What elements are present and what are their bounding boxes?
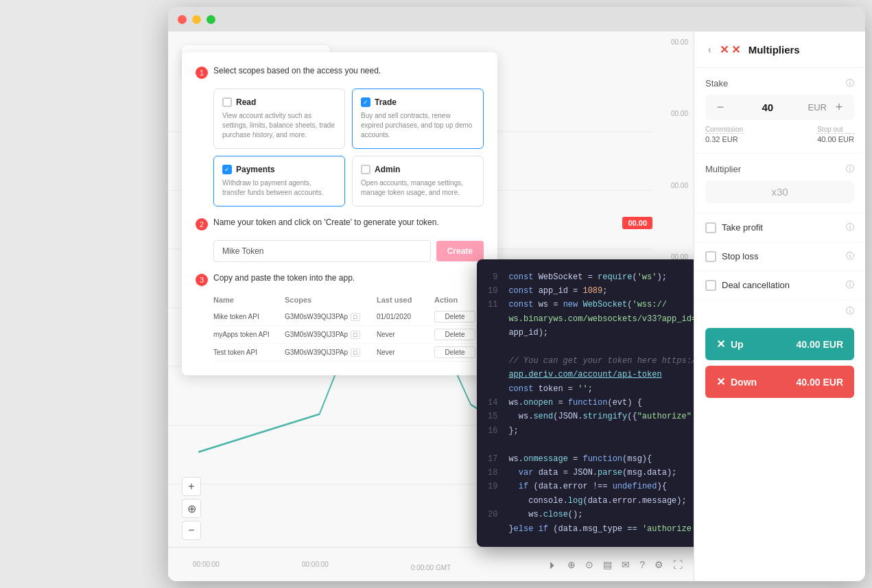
api-token-panel: 1 Select scopes based on the access you … (182, 52, 497, 375)
stake-minus-button[interactable]: − (714, 100, 727, 115)
deal-cancellation-info-icon[interactable]: ⓘ (846, 279, 854, 291)
circle-icon[interactable]: ⊙ (585, 559, 593, 570)
panel-back-button[interactable]: ‹ (705, 41, 714, 58)
message-icon[interactable]: ✉ (622, 559, 630, 570)
shield-icon[interactable]: ⊕ (567, 559, 576, 570)
token-name-2: myApps token API (213, 331, 282, 338)
commission-value: 0.32 EUR (705, 135, 743, 143)
scope-admin-desc: Open accounts, manage settings, manage t… (361, 178, 475, 198)
multiplier-display[interactable]: x30 (705, 180, 854, 203)
extra-info-icon[interactable]: ⓘ (846, 305, 854, 317)
stake-section: Stake ⓘ − 40 EUR + Commission 0.32 EUR S… (694, 68, 865, 154)
time-label-2: 00:00:00 (302, 561, 329, 568)
zoom-in-button[interactable]: + (182, 477, 201, 496)
code-editor-panel: 9101114151617181920 const WebSocket = re… (477, 259, 694, 547)
token-lastused-1: 01/01/2020 (377, 313, 432, 320)
step-3-text: Copy and paste the token into the app. (213, 273, 355, 283)
deal-cancellation-label: Deal cancellation (722, 280, 790, 290)
titlebar (168, 7, 865, 32)
down-button[interactable]: ✕ Down 40.00 EUR (705, 366, 854, 398)
take-profit-row: Take profit ⓘ (694, 213, 865, 242)
crosshair-button[interactable]: ⊕ (182, 499, 201, 518)
stop-out-label: Stop out (817, 126, 854, 134)
multiplier-label-row: Multiplier ⓘ (705, 163, 854, 175)
create-token-button[interactable]: Create (436, 241, 484, 261)
scope-admin[interactable]: Admin Open accounts, manage settings, ma… (352, 156, 484, 207)
stop-out-item: Stop out 40.00 EUR (817, 126, 854, 143)
settings-icon[interactable]: ⚙ (655, 559, 663, 570)
mac-window: ★ ⊙ AUD/JPY 00.00 - 00.00 (00.00%) ▲ ∨ (168, 7, 865, 581)
stop-loss-info-icon[interactable]: ⓘ (846, 250, 854, 262)
up-icon: ✕ (716, 338, 725, 351)
stake-label: Stake (705, 78, 728, 89)
commission-item: Commission 0.32 EUR (705, 126, 743, 143)
stake-info-icon[interactable]: ⓘ (846, 78, 854, 89)
scope-read[interactable]: Read View account activity such as setti… (213, 89, 345, 149)
scope-trade[interactable]: ✓ Trade Buy and sell contracts, renew ex… (352, 89, 484, 149)
deal-cancellation-row: Deal cancellation ⓘ (694, 271, 865, 300)
step-1-number: 1 (196, 67, 208, 79)
up-button[interactable]: ✕ Up 40.00 EUR (705, 328, 854, 360)
delete-token-1[interactable]: Delete (434, 311, 475, 322)
scope-payments-desc: Withdraw to payment agents, transfer fun… (222, 178, 336, 198)
stake-currency: EUR (808, 102, 827, 113)
scopes-grid: Read View account activity such as setti… (213, 89, 484, 207)
chart-bottom-toolbar: 00:00:00 00:00:00 0:00:00 GMT ⏵ ⊕ ⊙ ▤ ✉ … (168, 547, 694, 581)
table-header: Name Scopes Last used Action (213, 296, 484, 304)
maximize-btn[interactable] (207, 15, 215, 24)
chart-area: ★ ⊙ AUD/JPY 00.00 - 00.00 (00.00%) ▲ ∨ (168, 32, 694, 581)
table-row: myApps token API G3M0sW39QIJ3PAp □ Never… (213, 326, 484, 344)
stake-plus-button[interactable]: + (832, 100, 846, 115)
multiplier-info-icon[interactable]: ⓘ (846, 163, 854, 175)
stake-value: 40 (733, 102, 803, 113)
step-2-label: 2 Name your token and click on 'Create' … (196, 217, 484, 231)
token-scope-2: G3M0sW39QIJ3PAp □ (285, 331, 374, 339)
read-checkbox[interactable] (222, 97, 232, 107)
take-profit-left: Take profit (705, 222, 763, 233)
down-label: Down (731, 377, 757, 388)
token-name-1: Mike token API (213, 313, 282, 320)
fullscreen-icon[interactable]: ⛶ (673, 559, 683, 570)
table-row: Mike token API G3M0sW39QIJ3PAp □ 01/01/2… (213, 308, 484, 326)
mult-icon-1: ✕ (720, 43, 729, 56)
gmt-label: 0:00:00 GMT (411, 564, 451, 572)
action-buttons: ✕ Up 40.00 EUR ✕ Down 40.00 EUR (694, 322, 865, 403)
token-name-input[interactable] (213, 240, 431, 262)
close-btn[interactable] (178, 15, 187, 24)
delete-token-3[interactable]: Delete (434, 346, 475, 358)
col-last-used: Last used (377, 296, 432, 304)
multiplier-label: Multiplier (705, 164, 741, 174)
commission-row: Commission 0.32 EUR Stop out 40.00 EUR (705, 126, 854, 143)
up-amount: 40.00 EUR (797, 339, 843, 350)
play-icon[interactable]: ⏵ (548, 559, 558, 570)
take-profit-checkbox[interactable] (705, 222, 716, 233)
step-2-text: Name your token and click on 'Create' to… (213, 217, 439, 227)
admin-checkbox[interactable] (361, 165, 370, 174)
token-name-3: Test token API (213, 349, 282, 356)
code-lines: const WebSocket = require('ws'); const a… (508, 270, 694, 536)
trade-checkbox[interactable]: ✓ (361, 97, 370, 107)
token-lastused-3: Never (377, 349, 432, 356)
delete-token-2[interactable]: Delete (434, 329, 475, 340)
help-icon[interactable]: ? (639, 559, 645, 570)
bottom-toolbar-icons: ⏵ ⊕ ⊙ ▤ ✉ ? ⚙ ⛶ (548, 559, 683, 570)
deal-cancellation-checkbox[interactable] (705, 280, 716, 291)
scope-payments[interactable]: ✓ Payments Withdraw to payment agents, t… (213, 156, 345, 207)
take-profit-info-icon[interactable]: ⓘ (846, 222, 854, 233)
col-action: Action (434, 296, 475, 304)
token-scope-1: G3M0sW39QIJ3PAp □ (285, 313, 374, 321)
line-numbers: 9101114151617181920 (488, 270, 497, 536)
token-lastused-2: Never (377, 331, 432, 338)
down-icon: ✕ (716, 375, 725, 388)
col-scopes: Scopes (285, 296, 374, 304)
document-icon[interactable]: ▤ (603, 559, 612, 570)
payments-checkbox[interactable]: ✓ (222, 165, 232, 174)
zoom-out-button[interactable]: − (182, 521, 201, 540)
col-name: Name (213, 296, 282, 304)
main-content: ★ ⊙ AUD/JPY 00.00 - 00.00 (00.00%) ▲ ∨ (168, 32, 865, 581)
stop-loss-checkbox[interactable] (705, 251, 716, 262)
token-scope-3: G3M0sW39QIJ3PAp □ (285, 349, 374, 357)
scope-read-desc: View account activity such as settings, … (222, 111, 336, 140)
minimize-btn[interactable] (192, 15, 201, 24)
stake-label-row: Stake ⓘ (705, 78, 854, 89)
